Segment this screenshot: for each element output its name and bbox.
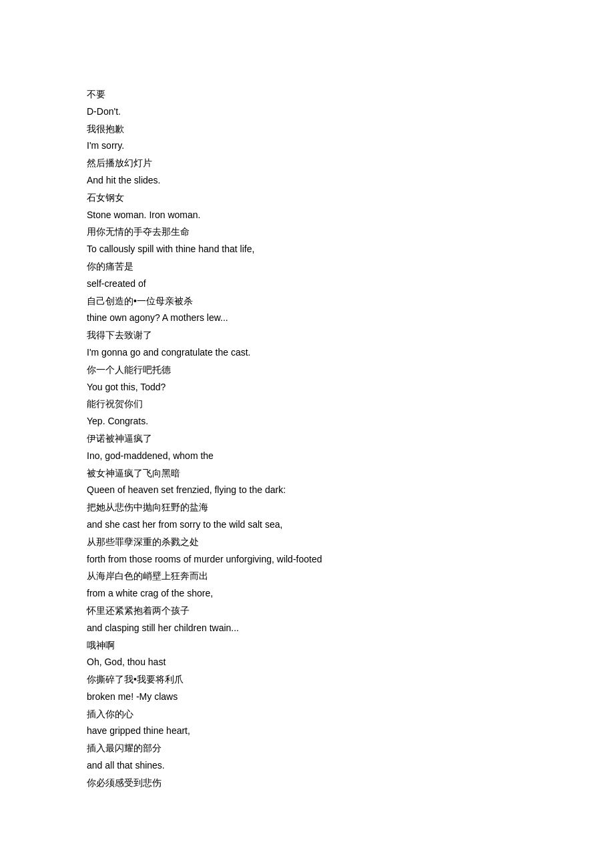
text-line-1: D-Don't. xyxy=(87,104,527,120)
text-line-32: 哦神啊 xyxy=(87,638,527,654)
text-line-6: 石女钢女 xyxy=(87,190,527,206)
text-line-4: 然后播放幻灯片 xyxy=(87,155,527,171)
text-line-36: 插入你的心 xyxy=(87,707,527,723)
text-line-25: and she cast her from sorry to the wild … xyxy=(87,517,527,533)
text-line-40: 你必须感受到悲伤 xyxy=(87,775,527,791)
text-line-19: Yep. Congrats. xyxy=(87,414,527,430)
text-line-39: and all that shines. xyxy=(87,758,527,774)
text-line-35: broken me! -My claws xyxy=(87,689,527,705)
text-line-12: 自己创造的•一位母亲被杀 xyxy=(87,294,527,310)
text-line-31: and clasping still her children twain... xyxy=(87,620,527,636)
text-line-10: 你的痛苦是 xyxy=(87,259,527,275)
text-line-24: 把她从悲伤中抛向狂野的盐海 xyxy=(87,500,527,516)
text-line-33: Oh, God, thou hast xyxy=(87,655,527,671)
text-line-11: self-created of xyxy=(87,276,527,292)
text-line-28: 从海岸白色的峭壁上狂奔而出 xyxy=(87,568,527,584)
text-line-20: 伊诺被神逼疯了 xyxy=(87,431,527,447)
text-line-29: from a white crag of the shore, xyxy=(87,586,527,602)
text-line-30: 怀里还紧紧抱着两个孩子 xyxy=(87,603,527,619)
text-line-3: I'm sorry. xyxy=(87,138,527,154)
text-line-26: 从那些罪孽深重的杀戮之处 xyxy=(87,534,527,550)
text-line-0: 不要 xyxy=(87,87,527,103)
text-line-21: Ino, god-maddened, whom the xyxy=(87,448,527,464)
text-line-27: forth from those rooms of murder unforgi… xyxy=(87,552,527,568)
text-line-9: To callously spill with thine hand that … xyxy=(87,242,527,258)
text-line-16: 你一个人能行吧托德 xyxy=(87,362,527,378)
text-line-37: have gripped thine heart, xyxy=(87,723,527,739)
text-line-23: Queen of heaven set frenzied, flying to … xyxy=(87,482,527,498)
text-line-34: 你撕碎了我•我要将利爪 xyxy=(87,672,527,688)
text-line-8: 用你无情的手夺去那生命 xyxy=(87,224,527,240)
text-line-7: Stone woman. Iron woman. xyxy=(87,207,527,224)
text-line-18: 能行祝贺你们 xyxy=(87,396,527,412)
text-line-15: I'm gonna go and congratulate the cast. xyxy=(87,345,527,361)
text-line-38: 插入最闪耀的部分 xyxy=(87,741,527,757)
text-line-22: 被女神逼疯了飞向黑暗 xyxy=(87,466,527,482)
text-line-14: 我得下去致谢了 xyxy=(87,328,527,344)
text-line-2: 我很抱歉 xyxy=(87,121,527,137)
text-line-5: And hit the slides. xyxy=(87,173,527,189)
main-content: 不要D-Don't.我很抱歉I'm sorry.然后播放幻灯片And hit t… xyxy=(0,0,614,846)
text-line-13: thine own agony? A mothers lew... xyxy=(87,310,527,326)
text-line-17: You got this, Todd? xyxy=(87,380,527,396)
